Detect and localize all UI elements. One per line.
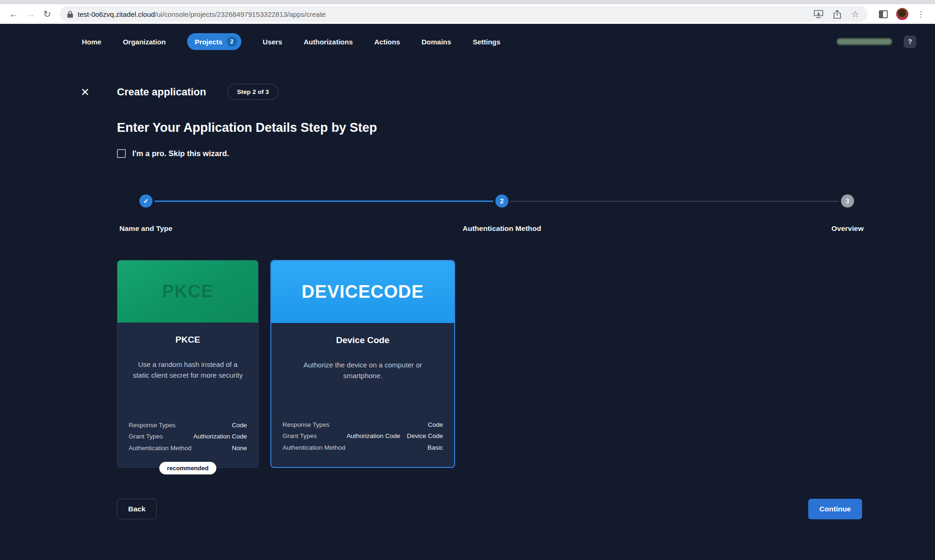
zitadel-console: Home Organization Projects 2 Users Autho… — [0, 24, 935, 560]
url-path: /ui/console/projects/232684979153322813/… — [155, 10, 326, 18]
nav-item-actions[interactable]: Actions — [374, 38, 400, 46]
browser-menu-icon[interactable]: ⋮ — [917, 10, 925, 18]
browser-profile-avatar[interactable] — [896, 8, 908, 20]
browser-toolbar-right: ⋮ — [873, 8, 928, 20]
nav-item-organization[interactable]: Organization — [123, 38, 166, 46]
detail-label: Authentication Method — [129, 443, 191, 453]
nav-item-domains[interactable]: Domains — [421, 38, 451, 46]
browser-forward-button[interactable]: → — [23, 7, 37, 21]
detail-value: Device Code — [407, 431, 443, 441]
nav-item-projects[interactable]: Projects 2 — [187, 33, 241, 50]
back-button[interactable]: Back — [117, 499, 157, 519]
help-button[interactable]: ? — [904, 36, 916, 48]
auth-method-cards: PKCE PKCE Use a random hash instead of a… — [117, 260, 935, 468]
browser-reload-button[interactable]: ↻ — [40, 7, 54, 21]
console-topnav: Home Organization Projects 2 Users Autho… — [0, 24, 935, 59]
step-2-circle: 2 — [495, 194, 508, 208]
detail-row: Authentication Method None — [129, 443, 247, 453]
nav-item-projects-label: Projects — [195, 38, 222, 46]
url-text: test-0o6zvq.zitadel.cloud/ui/console/pro… — [78, 10, 809, 18]
step-2-label: Authentication Method — [463, 224, 541, 233]
skip-wizard-row[interactable]: I'm a pro. Skip this wizard. — [117, 149, 935, 158]
detail-row: Authentication Method Basic — [283, 443, 443, 453]
devicecode-card-body: Device Code Authorize the device on a co… — [271, 323, 454, 467]
step-3-circle: 3 — [841, 194, 854, 208]
nav-item-settings[interactable]: Settings — [473, 38, 500, 46]
continue-button[interactable]: Continue — [808, 499, 862, 519]
pkce-card-description: Use a random hash instead of a static cl… — [129, 359, 247, 381]
browser-toolbar: ← → ↻ test-0o6zvq.zitadel.cloud/ui/conso… — [0, 4, 935, 24]
url-domain: test-0o6zvq.zitadel.cloud — [78, 10, 155, 18]
step-1-label: Name and Type — [119, 224, 172, 233]
wizard-heading: Enter Your Application Details Step by S… — [117, 121, 935, 135]
skip-wizard-checkbox[interactable] — [117, 149, 126, 158]
recommended-badge: recommended — [159, 462, 217, 474]
pkce-banner: PKCE — [117, 260, 258, 323]
detail-label: Response Types — [283, 420, 329, 430]
detail-row: Grant Types Authorization Code Device Co… — [283, 431, 443, 441]
lock-icon — [67, 11, 73, 18]
org-context-pill[interactable] — [836, 38, 892, 45]
detail-row: Response Types Code — [129, 420, 247, 431]
wizard-actions: Back Continue — [117, 499, 862, 519]
step-1-circle: ✓ — [139, 194, 152, 208]
devicecode-card-title: Device Code — [336, 335, 389, 345]
nav-item-home[interactable]: Home — [82, 38, 101, 46]
devicecode-banner: DEVICECODE — [271, 261, 454, 323]
step-connector-2-3 — [510, 201, 839, 201]
browser-back-button[interactable]: ← — [7, 7, 21, 21]
page-title: Create application — [117, 86, 206, 98]
detail-label: Authentication Method — [283, 443, 345, 453]
urlbar-actions: ☆ — [814, 9, 862, 20]
bookmark-star-icon[interactable]: ☆ — [851, 9, 859, 20]
detail-value: Code — [428, 420, 443, 430]
detail-row: Grant Types Authorization Code — [129, 431, 247, 442]
skip-wizard-label: I'm a pro. Skip this wizard. — [132, 149, 229, 158]
wizard-header: ✕ Create application Step 2 of 3 — [80, 84, 935, 100]
auth-method-card-devicecode[interactable]: DEVICECODE Device Code Authorize the dev… — [270, 260, 455, 468]
devicecode-card-details: Response Types Code Grant Types Authoriz… — [283, 420, 443, 453]
step-connector-1-2 — [154, 201, 493, 202]
nav-item-users[interactable]: Users — [263, 38, 283, 46]
detail-label: Grant Types — [129, 431, 163, 442]
pkce-card-body: PKCE Use a random hash instead of a stat… — [117, 323, 258, 467]
detail-label: Response Types — [129, 420, 175, 431]
install-icon[interactable] — [814, 10, 823, 18]
detail-value: Authorization Code — [193, 431, 247, 442]
side-panel-icon[interactable] — [879, 10, 888, 18]
detail-value: Authorization Code — [347, 431, 400, 441]
nav-item-authorizations[interactable]: Authorizations — [304, 38, 353, 46]
browser-tab-strip — [0, 0, 935, 4]
detail-value: Basic — [428, 443, 443, 453]
step-chip: Step 2 of 3 — [227, 84, 279, 100]
devicecode-card-description: Authorize the device on a computer or sm… — [283, 359, 443, 381]
detail-label: Grant Types — [283, 431, 317, 441]
close-icon[interactable]: ✕ — [80, 86, 91, 98]
share-icon[interactable] — [834, 10, 841, 19]
detail-value: None — [232, 443, 247, 453]
wizard-stepper: ✓ 2 3 Name and Type Authentication Metho… — [117, 194, 875, 241]
detail-value: Code — [232, 420, 247, 431]
auth-method-card-pkce[interactable]: PKCE PKCE Use a random hash instead of a… — [117, 260, 259, 468]
step-3-label: Overview — [832, 224, 864, 233]
pkce-card-details: Response Types Code Grant Types Authoriz… — [129, 420, 247, 453]
pkce-card-title: PKCE — [175, 335, 200, 345]
address-bar[interactable]: test-0o6zvq.zitadel.cloud/ui/console/pro… — [60, 6, 868, 22]
detail-row: Response Types Code — [283, 420, 443, 430]
topnav-items: Home Organization Projects 2 Users Autho… — [82, 33, 500, 50]
projects-count-badge: 2 — [227, 36, 237, 47]
